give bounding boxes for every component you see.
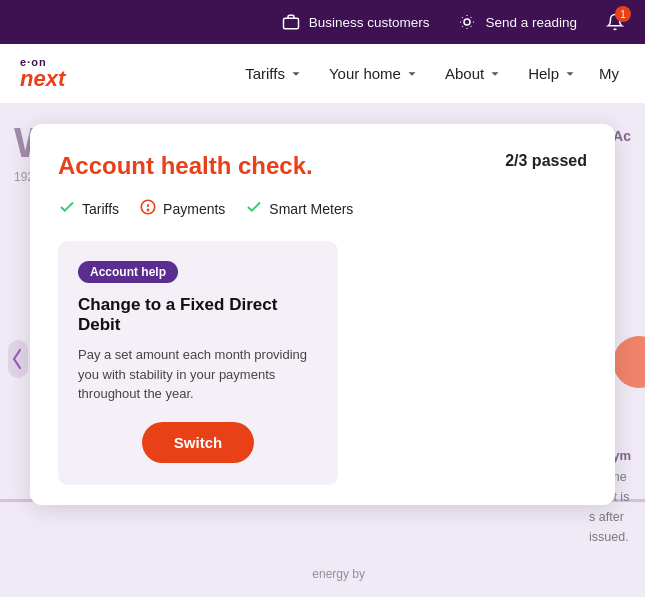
info-card: Account help Change to a Fixed Direct De… [58, 241, 338, 485]
page-background: Wo 192 G t paym payme ment is s after is… [0, 104, 645, 597]
nav-help[interactable]: Help [518, 57, 587, 90]
svg-point-1 [464, 19, 470, 25]
nav-items: Tariffs Your home About Help My [235, 57, 625, 90]
check-tariffs-label: Tariffs [82, 201, 119, 217]
svg-rect-0 [283, 18, 298, 29]
logo-next: next [20, 68, 65, 90]
info-card-title: Change to a Fixed Direct Debit [78, 295, 318, 335]
logo[interactable]: e·on next [20, 57, 65, 90]
modal-title: Account health check. [58, 152, 313, 180]
business-customers-link[interactable]: Business customers [281, 12, 430, 32]
check-smart-meters-icon [245, 198, 263, 219]
business-customers-label: Business customers [309, 15, 430, 30]
send-reading-link[interactable]: Send a reading [457, 12, 577, 32]
modal-score: 2/3 passed [505, 152, 587, 170]
top-bar: Business customers Send a reading 1 [0, 0, 645, 44]
check-tariffs: Tariffs [58, 198, 119, 219]
check-smart-meters: Smart Meters [245, 198, 353, 219]
check-payments-label: Payments [163, 201, 225, 217]
notification-count: 1 [615, 6, 631, 22]
briefcase-icon [281, 12, 301, 32]
bell-icon: 1 [605, 12, 625, 32]
switch-button[interactable]: Switch [142, 422, 254, 463]
svg-point-5 [147, 209, 148, 210]
nav-about[interactable]: About [435, 57, 512, 90]
modal-header: Account health check. 2/3 passed [58, 152, 587, 180]
account-help-badge: Account help [78, 261, 178, 283]
nav-my[interactable]: My [593, 57, 625, 90]
send-reading-label: Send a reading [485, 15, 577, 30]
main-nav: e·on next Tariffs Your home About Help M… [0, 44, 645, 104]
nav-tariffs[interactable]: Tariffs [235, 57, 313, 90]
info-card-description: Pay a set amount each month providing yo… [78, 345, 318, 404]
modal-card: Account health check. 2/3 passed Tariffs [30, 124, 615, 505]
check-smart-meters-label: Smart Meters [269, 201, 353, 217]
modal-checks: Tariffs Payments [58, 198, 587, 219]
check-payments: Payments [139, 198, 225, 219]
nav-your-home[interactable]: Your home [319, 57, 429, 90]
svg-rect-2 [8, 340, 28, 378]
meter-icon [457, 12, 477, 32]
check-payments-icon [139, 198, 157, 219]
notifications-link[interactable]: 1 [605, 12, 625, 32]
check-tariffs-icon [58, 198, 76, 219]
